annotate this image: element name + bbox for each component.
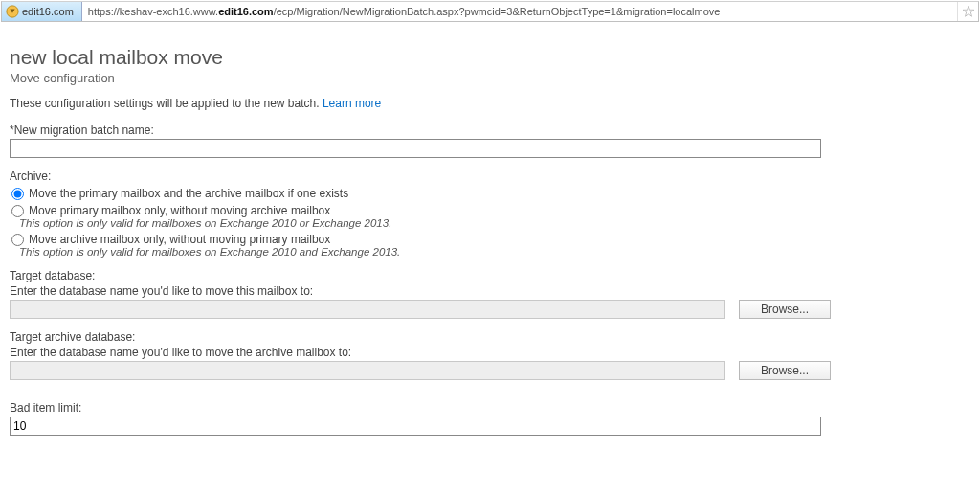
target-archive-db-label: Target archive database:	[10, 330, 970, 344]
archive-radio-archive[interactable]	[11, 234, 24, 246]
archive-option-archive[interactable]: Move archive mailbox only, without movin…	[11, 233, 970, 246]
url-pre: https://keshav-exch16.www.	[88, 6, 218, 17]
batch-name-label: *New migration batch name:	[10, 124, 970, 137]
url-post: /ecp/Migration/NewMigrationBatch.aspx?pw…	[274, 6, 721, 17]
page-content: new local mailbox move Move configuratio…	[0, 23, 980, 496]
target-archive-db-browse-button[interactable]: Browse...	[739, 361, 831, 380]
archive-radio-primary[interactable]	[11, 205, 24, 217]
bad-item-label: Bad item limit:	[10, 401, 970, 415]
site-identity[interactable]: edit16.com	[2, 2, 82, 21]
archive-option-primary[interactable]: Move primary mailbox only, without movin…	[11, 204, 970, 217]
page-description: These configuration settings will be app…	[10, 97, 970, 110]
learn-more-link[interactable]: Learn more	[323, 97, 381, 110]
archive-radio-both[interactable]	[11, 188, 24, 200]
url-text[interactable]: https://keshav-exch16.www.edit16.com/ecp…	[82, 6, 957, 17]
archive-option-archive-label: Move archive mailbox only, without movin…	[29, 233, 330, 246]
target-db-helper: Enter the database name you'd like to mo…	[10, 284, 970, 298]
target-db-label: Target database:	[10, 269, 970, 282]
archive-option-both[interactable]: Move the primary mailbox and the archive…	[11, 187, 970, 200]
target-db-input[interactable]	[10, 300, 725, 319]
archive-option-archive-note: This option is only valid for mailboxes …	[19, 246, 970, 258]
page-title: new local mailbox move	[10, 46, 970, 69]
target-archive-db-input[interactable]	[10, 361, 725, 380]
address-bar: edit16.com https://keshav-exch16.www.edi…	[1, 1, 979, 22]
star-icon	[962, 5, 975, 18]
bad-item-input[interactable]	[10, 417, 821, 436]
url-bold: edit16.com	[218, 6, 273, 17]
favorite-button[interactable]	[957, 2, 978, 21]
site-icon	[6, 5, 19, 18]
archive-option-primary-note: This option is only valid for mailboxes …	[19, 217, 970, 229]
archive-heading: Archive:	[10, 169, 970, 183]
batch-name-input[interactable]	[10, 139, 821, 158]
description-text: These configuration settings will be app…	[10, 97, 320, 110]
target-db-browse-button[interactable]: Browse...	[739, 300, 831, 319]
page-subtitle: Move configuration	[10, 71, 970, 85]
archive-option-both-label: Move the primary mailbox and the archive…	[29, 187, 348, 200]
archive-option-primary-label: Move primary mailbox only, without movin…	[29, 204, 330, 217]
site-label: edit16.com	[22, 6, 74, 17]
target-archive-db-helper: Enter the database name you'd like to mo…	[10, 346, 970, 359]
